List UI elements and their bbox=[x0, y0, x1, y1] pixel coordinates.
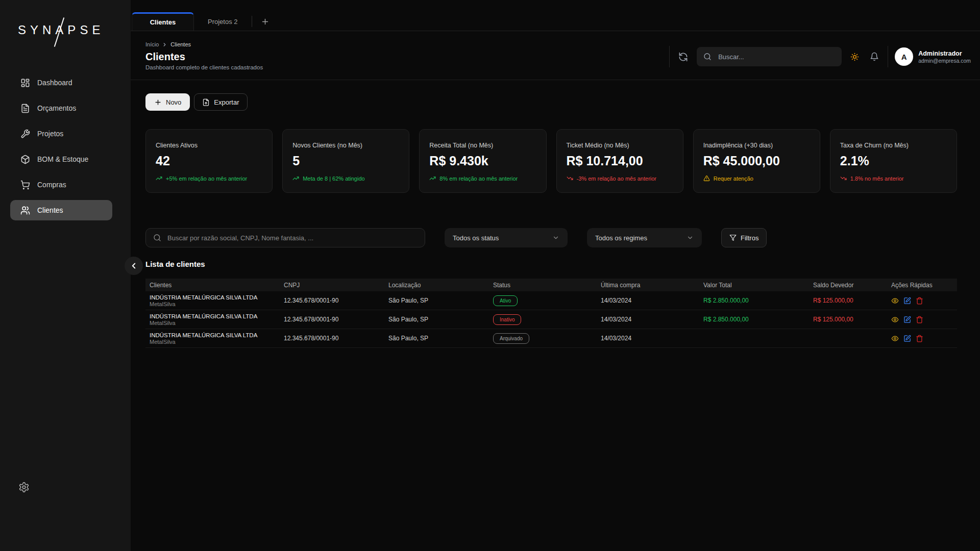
client-last-purchase: 14/03/2024 bbox=[597, 335, 699, 342]
package-icon bbox=[20, 155, 30, 164]
breadcrumb: Início Clientes bbox=[145, 41, 263, 47]
trending-up-icon bbox=[292, 175, 299, 182]
stat-trend-text: 8% em relação ao mês anterior bbox=[439, 176, 518, 182]
client-cnpj: 12.345.678/0001-90 bbox=[280, 297, 384, 304]
settings-gear-icon[interactable] bbox=[18, 482, 30, 493]
list-title: Lista de clientes bbox=[145, 260, 957, 268]
column-header-saldo-devedor: Saldo Devedor bbox=[809, 282, 887, 289]
stat-label: Taxa de Churn (no Mês) bbox=[840, 142, 947, 149]
client-location: São Paulo, SP bbox=[384, 297, 489, 304]
sidebar-collapse-button[interactable] bbox=[125, 257, 143, 275]
delete-trash-icon[interactable] bbox=[916, 335, 923, 342]
trending-up-icon bbox=[429, 175, 436, 182]
filters-button-label: Filtros bbox=[741, 234, 758, 242]
client-alias: MetalSilva bbox=[150, 320, 280, 326]
sidebar-item-label: Clientes bbox=[37, 206, 63, 214]
stat-cards: Clientes Ativos 42 +5% em relação ao mês… bbox=[145, 129, 957, 193]
view-eye-icon[interactable] bbox=[891, 297, 899, 305]
filter-bar: Todos os status Todos os regimes Filtros bbox=[145, 228, 957, 247]
sidebar-item-dashboard[interactable]: Dashboard bbox=[10, 72, 112, 93]
sidebar-item-projetos[interactable]: Projetos bbox=[10, 123, 112, 144]
stat-value: 5 bbox=[292, 154, 399, 168]
stat-label: Receita Total (no Mês) bbox=[429, 142, 536, 149]
page-subtitle: Dashboard completo de clientes cadastrad… bbox=[145, 64, 263, 70]
client-cnpj: 12.345.678/0001-90 bbox=[280, 316, 384, 323]
stat-trend-text: +5% em relação ao mês anterior bbox=[166, 176, 247, 182]
document-icon bbox=[20, 104, 30, 113]
client-total-value: R$ 2.850.000,00 bbox=[699, 316, 809, 323]
new-client-button[interactable]: Novo bbox=[145, 93, 190, 111]
tab-clientes[interactable]: Clientes bbox=[132, 12, 194, 31]
stat-label: Novos Clientes (no Mês) bbox=[292, 142, 399, 149]
user-name: Administrador bbox=[918, 50, 971, 58]
delete-trash-icon[interactable] bbox=[916, 297, 923, 305]
shopping-cart-icon bbox=[20, 180, 30, 190]
tab-projetos-2[interactable]: Projetos 2 bbox=[194, 12, 252, 31]
plus-icon bbox=[261, 17, 270, 26]
sidebar-item-orcamentos[interactable]: Orçamentos bbox=[10, 98, 112, 118]
header-divider bbox=[669, 46, 670, 67]
global-search bbox=[697, 47, 842, 66]
stat-trend-text: Requer atenção bbox=[714, 176, 753, 182]
logo-text-right: APSE bbox=[55, 23, 104, 37]
header-divider bbox=[888, 46, 888, 67]
delete-trash-icon[interactable] bbox=[916, 316, 923, 323]
stat-card-inadimplencia: Inadimplência (+30 dias) R$ 45.000,00 Re… bbox=[693, 129, 820, 193]
sidebar-item-compras[interactable]: Compras bbox=[10, 174, 112, 195]
export-button[interactable]: Exportar bbox=[194, 93, 247, 111]
user-menu[interactable]: A Administrador admin@empresa.com bbox=[895, 47, 971, 66]
column-header-localizacao: Localização bbox=[384, 282, 489, 289]
column-header-clientes: Clientes bbox=[145, 282, 280, 289]
client-cnpj: 12.345.678/0001-90 bbox=[280, 335, 384, 342]
tab-bar: Clientes Projetos 2 bbox=[131, 0, 980, 31]
sidebar-item-bom-estoque[interactable]: BOM & Estoque bbox=[10, 149, 112, 169]
table-row[interactable]: INDÚSTRIA METALÚRGICA SILVA LTDA MetalSi… bbox=[145, 329, 957, 348]
table-row[interactable]: INDÚSTRIA METALÚRGICA SILVA LTDA MetalSi… bbox=[145, 310, 957, 329]
table-row[interactable]: INDÚSTRIA METALÚRGICA SILVA LTDA MetalSi… bbox=[145, 291, 957, 310]
breadcrumb-current: Clientes bbox=[170, 41, 191, 47]
sidebar-item-label: BOM & Estoque bbox=[37, 155, 88, 163]
stat-card-novos-clientes: Novos Clientes (no Mês) 5 Meta de 8 | 62… bbox=[282, 129, 409, 193]
sidebar-item-clientes[interactable]: Clientes bbox=[10, 200, 112, 220]
filters-button[interactable]: Filtros bbox=[721, 228, 767, 247]
stat-value: 2.1% bbox=[840, 154, 947, 168]
search-icon bbox=[703, 53, 712, 61]
refresh-icon[interactable] bbox=[676, 50, 690, 64]
status-select[interactable]: Todos os status bbox=[445, 228, 568, 247]
stat-trend-text: -3% em relação ao mês anterior bbox=[577, 176, 657, 182]
stat-trend-text: 1.8% no mês anterior bbox=[850, 176, 904, 182]
file-export-icon bbox=[202, 98, 210, 106]
column-header-status: Status bbox=[489, 282, 597, 289]
client-name: INDÚSTRIA METALÚRGICA SILVA LTDA bbox=[150, 332, 280, 338]
client-alias: MetalSilva bbox=[150, 339, 280, 345]
logo-text-left: SYN bbox=[18, 23, 55, 37]
warning-triangle-icon bbox=[703, 175, 710, 182]
status-badge: Arquivado bbox=[493, 333, 529, 344]
add-tab-button[interactable] bbox=[252, 12, 278, 31]
column-header-acoes-rapidas: Ações Rápidas bbox=[887, 282, 957, 289]
stat-card-ticket-medio: Ticket Médio (no Mês) R$ 10.714,00 -3% e… bbox=[556, 129, 683, 193]
edit-pencil-icon[interactable] bbox=[903, 335, 911, 342]
breadcrumb-home[interactable]: Início bbox=[145, 41, 159, 47]
sidebar-item-label: Projetos bbox=[37, 130, 63, 138]
view-eye-icon[interactable] bbox=[891, 335, 899, 342]
stat-value: R$ 45.000,00 bbox=[703, 154, 810, 168]
client-debt-value: R$ 125.000,00 bbox=[809, 297, 887, 304]
view-eye-icon[interactable] bbox=[891, 316, 899, 323]
table-header-row: Clientes CNPJ Localização Status Última … bbox=[145, 279, 957, 291]
tab-label: Projetos 2 bbox=[208, 18, 238, 26]
global-search-input[interactable] bbox=[717, 53, 835, 61]
client-search-input[interactable] bbox=[166, 234, 418, 242]
export-button-label: Exportar bbox=[214, 98, 239, 106]
edit-pencil-icon[interactable] bbox=[903, 316, 911, 323]
notifications-bell-icon[interactable] bbox=[868, 50, 881, 63]
sidebar: SYNAPSE Dashboard Orçamentos Projetos bbox=[0, 0, 131, 551]
regime-select[interactable]: Todos os regimes bbox=[587, 228, 702, 247]
edit-pencil-icon[interactable] bbox=[903, 297, 911, 305]
avatar: A bbox=[895, 47, 913, 66]
page-header: Início Clientes Clientes Dashboard compl… bbox=[131, 31, 980, 80]
theme-sun-icon[interactable] bbox=[848, 51, 861, 63]
client-last-purchase: 14/03/2024 bbox=[597, 297, 699, 304]
client-name: INDÚSTRIA METALÚRGICA SILVA LTDA bbox=[150, 294, 280, 300]
stat-value: 42 bbox=[156, 154, 262, 168]
